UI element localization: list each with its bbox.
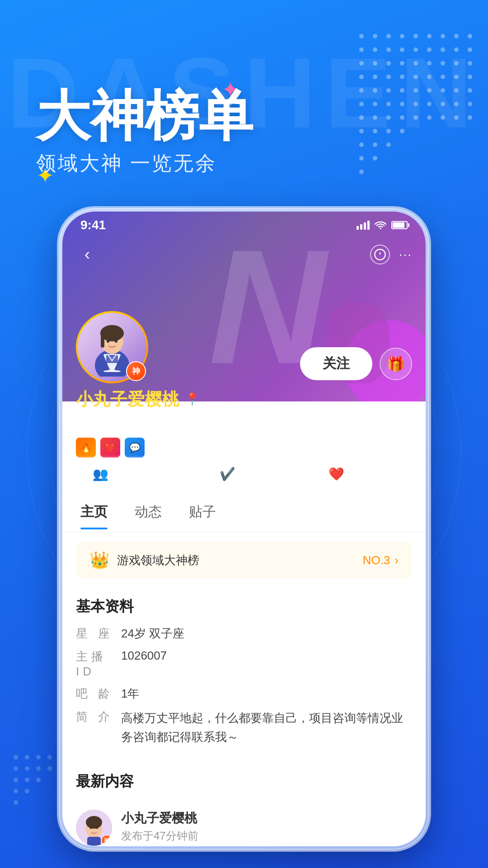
- svg-point-33: [441, 75, 445, 79]
- svg-point-83: [36, 778, 41, 782]
- follow-button[interactable]: 关注: [300, 347, 372, 380]
- ranking-banner[interactable]: 👑 游戏领域大神榜 NO.3 ›: [76, 542, 412, 579]
- svg-point-102: [86, 816, 102, 829]
- following-icon: ❤️: [328, 467, 344, 481]
- id-value: 1026007: [121, 649, 167, 679]
- hero-title-main: 大神榜单: [36, 86, 253, 146]
- svg-point-39: [400, 88, 404, 93]
- id-row: 主播ID 1026007: [76, 649, 412, 679]
- svg-point-11: [386, 47, 391, 52]
- following-stat[interactable]: ❤️ 193 关注: [328, 466, 395, 482]
- svg-point-70: [359, 156, 364, 160]
- svg-point-31: [413, 75, 418, 79]
- basic-info-section: 基本资料 星 座 24岁 双子座 主播ID 1026007 吧 龄 1年: [62, 588, 426, 763]
- profile-name-text: 小丸子爱樱桃: [76, 388, 179, 411]
- svg-point-16: [454, 47, 459, 52]
- intro-row: 简 介 高楼万丈平地起，什么都要靠自己，项目咨询等情况业务咨询都记得联系我～: [76, 709, 412, 746]
- ranking-chevron: ›: [394, 553, 399, 567]
- svg-point-41: [427, 88, 432, 93]
- svg-point-36: [359, 88, 364, 93]
- svg-point-77: [14, 766, 18, 771]
- svg-point-7: [454, 34, 459, 38]
- svg-point-82: [25, 778, 29, 782]
- svg-point-20: [386, 61, 391, 66]
- svg-point-53: [468, 102, 472, 106]
- svg-point-44: [468, 88, 472, 93]
- svg-point-81: [14, 778, 18, 782]
- ranking-label: 游戏领域大神榜: [117, 552, 199, 568]
- verified-badge: 神: [126, 361, 146, 381]
- hero-title-sub: 领域大神 一览无余: [36, 150, 253, 177]
- profile-name: 小丸子爱樱桃 📍: [76, 388, 412, 411]
- svg-point-12: [400, 47, 404, 52]
- profile-pin-icon: 📍: [184, 392, 200, 407]
- svg-point-61: [454, 115, 459, 120]
- posts-stat[interactable]: ✔️ 82 吧: [220, 466, 268, 482]
- svg-point-47: [386, 102, 391, 106]
- svg-point-46: [373, 102, 377, 106]
- svg-point-30: [400, 75, 404, 79]
- svg-point-55: [373, 115, 377, 120]
- battery-icon: [391, 221, 408, 229]
- ranking-right: NO.3 ›: [363, 553, 399, 567]
- svg-point-51: [441, 102, 445, 106]
- back-button[interactable]: ‹: [76, 243, 99, 266]
- profile-badges: 🔥 ❤️ 💬 印: [76, 438, 412, 458]
- svg-point-54: [359, 115, 364, 120]
- age-row: 吧 龄 1年: [76, 686, 412, 702]
- svg-point-75: [36, 755, 41, 760]
- post-item: 神 小丸子爱樱桃 发布于47分钟前 看看今年pinterest有哪些神作贡出，1…: [76, 801, 412, 846]
- tab-posts[interactable]: 贴子: [189, 503, 216, 521]
- age-value: 1年: [121, 686, 139, 702]
- svg-point-56: [386, 115, 391, 120]
- more-button[interactable]: ···: [399, 247, 412, 262]
- fans-count: 290 粉丝: [113, 466, 160, 482]
- dot-pattern-left: [9, 750, 63, 841]
- svg-point-40: [413, 88, 418, 93]
- svg-point-72: [359, 170, 364, 174]
- post-avatar-badge: 神: [101, 835, 112, 846]
- chat-button[interactable]: [370, 245, 390, 264]
- svg-point-59: [427, 115, 432, 120]
- svg-point-52: [454, 102, 459, 106]
- badge-fire: 🔥: [76, 438, 96, 458]
- signal-bar-1: [357, 226, 359, 230]
- svg-point-28: [373, 75, 377, 79]
- svg-rect-105: [87, 837, 101, 846]
- fans-stat[interactable]: 👥 290 粉丝: [93, 466, 160, 482]
- badge-text: 印: [149, 439, 171, 457]
- svg-point-85: [25, 789, 29, 793]
- gift-button[interactable]: 🎁: [380, 348, 412, 380]
- svg-point-3: [400, 34, 404, 38]
- posts-count: 82 吧: [240, 466, 268, 482]
- profile-tabs: 主页 动态 贴子: [62, 492, 426, 533]
- svg-point-76: [47, 755, 52, 760]
- svg-point-21: [400, 61, 404, 66]
- badge-qq: 💬: [125, 438, 145, 458]
- svg-point-25: [454, 61, 459, 66]
- ranking-number: NO.3: [363, 553, 390, 567]
- svg-rect-99: [106, 355, 118, 363]
- nav-right-buttons: ···: [370, 245, 412, 264]
- svg-rect-96: [101, 334, 104, 348]
- tab-home[interactable]: 主页: [80, 503, 108, 521]
- profile-description: 美好爱心公益项目发起人: [76, 415, 412, 431]
- svg-point-15: [441, 47, 445, 52]
- svg-point-67: [359, 142, 364, 147]
- post-author-name: 小丸子爱樱桃: [121, 810, 412, 827]
- svg-point-66: [400, 129, 404, 133]
- svg-point-43: [454, 88, 459, 93]
- zodiac-value: 24岁 双子座: [121, 626, 184, 642]
- id-label: 主播ID: [76, 649, 121, 679]
- stats-bar: 👥 290 粉丝 ✔️ 82 吧 ❤️ 193 关注: [62, 456, 426, 492]
- svg-point-37: [373, 88, 377, 93]
- fans-icon: 👥: [93, 467, 108, 481]
- tab-activity[interactable]: 动态: [135, 503, 162, 521]
- svg-point-57: [400, 115, 404, 120]
- profile-info: 小丸子爱樱桃 📍 美好爱心公益项目发起人 🔥 ❤️ 💬 印: [76, 388, 412, 458]
- svg-point-103: [90, 827, 92, 829]
- svg-point-48: [400, 102, 404, 106]
- chat-icon: [374, 248, 386, 261]
- svg-point-42: [441, 88, 445, 93]
- posts-icon: ✔️: [220, 467, 235, 481]
